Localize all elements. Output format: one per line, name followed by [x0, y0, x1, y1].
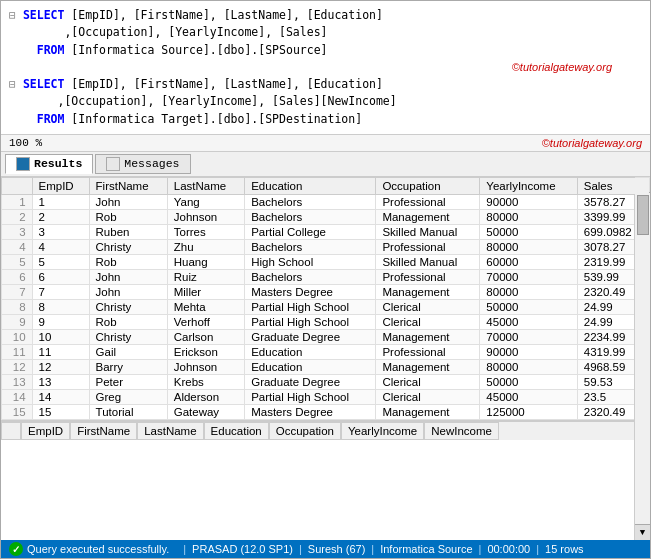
- sql-line-2: ,[Occupation], [YearlyIncome], [Sales]: [9, 24, 482, 41]
- sh-empty: [1, 422, 21, 440]
- cell-empid: 11: [32, 344, 89, 359]
- cell-lastname: Krebs: [167, 374, 244, 389]
- cell-lastname: Yang: [167, 194, 244, 209]
- cell-firstname: Christy: [89, 239, 167, 254]
- cell-lastname: Johnson: [167, 359, 244, 374]
- cell-occupation: Management: [376, 359, 480, 374]
- cell-firstname: Rob: [89, 254, 167, 269]
- sql-line-1: ⊟ SELECT [EmpID], [FirstName], [LastName…: [9, 7, 482, 24]
- cell-yearlyincome: 45000: [480, 314, 577, 329]
- status-user: Suresh (67): [308, 543, 365, 555]
- col-header-firstname: FirstName: [89, 177, 167, 194]
- cell-occupation: Skilled Manual: [376, 254, 480, 269]
- cell-lastname: Mehta: [167, 299, 244, 314]
- results-wrapper: EmpID FirstName LastName Education Occup…: [1, 177, 650, 540]
- cell-yearlyincome: 80000: [480, 209, 577, 224]
- status-sep-1: |: [183, 543, 186, 555]
- cell-lastname: Miller: [167, 284, 244, 299]
- cell-firstname: Tutorial: [89, 404, 167, 419]
- cell-lastname: Zhu: [167, 239, 244, 254]
- cell-education: Bachelors: [245, 194, 376, 209]
- messages-icon: [106, 157, 120, 171]
- status-bar: ✓ Query executed successfully. | PRASAD …: [1, 540, 650, 558]
- col-header-empid: EmpID: [32, 177, 89, 194]
- scroll-thumb[interactable]: [637, 195, 649, 235]
- cell-firstname: Christy: [89, 329, 167, 344]
- cell-lastname: Huang: [167, 254, 244, 269]
- row-number: 5: [2, 254, 33, 269]
- row-number: 15: [2, 404, 33, 419]
- cell-empid: 1: [32, 194, 89, 209]
- col-header-sales: Sales: [577, 177, 649, 194]
- status-sep-2: |: [299, 543, 302, 555]
- cell-occupation: Clerical: [376, 374, 480, 389]
- cell-yearlyincome: 80000: [480, 239, 577, 254]
- cell-yearlyincome: 70000: [480, 269, 577, 284]
- tab-messages[interactable]: Messages: [95, 154, 190, 174]
- cell-empid: 3: [32, 224, 89, 239]
- results-scroll-area[interactable]: EmpID FirstName LastName Education Occup…: [1, 177, 650, 540]
- cell-occupation: Management: [376, 404, 480, 419]
- cell-education: Masters Degree: [245, 404, 376, 419]
- tab-results[interactable]: Results: [5, 154, 93, 174]
- table-row: 1111GailEricksonEducationProfessional900…: [2, 344, 650, 359]
- cell-empid: 13: [32, 374, 89, 389]
- status-sep-3: |: [371, 543, 374, 555]
- cell-occupation: Professional: [376, 344, 480, 359]
- status-ok-indicator: ✓ Query executed successfully.: [9, 542, 169, 556]
- cell-lastname: Alderson: [167, 389, 244, 404]
- cell-lastname: Carlson: [167, 329, 244, 344]
- cell-firstname: John: [89, 284, 167, 299]
- sh-yearlyincome: YearlyIncome: [341, 422, 424, 440]
- col-header-lastname: LastName: [167, 177, 244, 194]
- table-row: 77JohnMillerMasters DegreeManagement8000…: [2, 284, 650, 299]
- secondary-header: EmpID FirstName LastName Education Occup…: [1, 420, 650, 440]
- cell-firstname: Ruben: [89, 224, 167, 239]
- table-row: 99RobVerhoffPartial High SchoolClerical4…: [2, 314, 650, 329]
- cell-yearlyincome: 50000: [480, 224, 577, 239]
- table-row: 1212BarryJohnsonEducationManagement80000…: [2, 359, 650, 374]
- cell-empid: 8: [32, 299, 89, 314]
- cell-empid: 4: [32, 239, 89, 254]
- status-time: 00:00:00: [487, 543, 530, 555]
- cell-firstname: Greg: [89, 389, 167, 404]
- cell-yearlyincome: 80000: [480, 284, 577, 299]
- table-row: 33RubenTorresPartial CollegeSkilled Manu…: [2, 224, 650, 239]
- watermark-zoom: ©tutorialgateway.org: [542, 137, 642, 149]
- col-header-num: [2, 177, 33, 194]
- cell-occupation: Skilled Manual: [376, 224, 480, 239]
- cell-occupation: Professional: [376, 239, 480, 254]
- status-message: Query executed successfully.: [27, 543, 169, 555]
- status-check-icon: ✓: [9, 542, 23, 556]
- row-number: 10: [2, 329, 33, 344]
- zoom-bar: 100 % ©tutorialgateway.org: [1, 135, 650, 152]
- table-row: 66JohnRuizBachelorsProfessional70000539.…: [2, 269, 650, 284]
- cell-lastname: Gateway: [167, 404, 244, 419]
- sql-line-7: FROM [Informatica Target].[dbo].[SPDesti…: [9, 111, 482, 128]
- status-sep-5: |: [536, 543, 539, 555]
- table-row: 22RobJohnsonBachelorsManagement800003399…: [2, 209, 650, 224]
- cell-empid: 14: [32, 389, 89, 404]
- row-number: 7: [2, 284, 33, 299]
- tab-results-label: Results: [34, 157, 82, 170]
- vertical-scrollbar[interactable]: ▲ ▼: [634, 177, 650, 540]
- cell-yearlyincome: 90000: [480, 194, 577, 209]
- cell-education: Graduate Degree: [245, 374, 376, 389]
- scroll-down-btn[interactable]: ▼: [635, 524, 651, 540]
- cell-education: Partial High School: [245, 299, 376, 314]
- cell-firstname: Rob: [89, 314, 167, 329]
- row-number: 3: [2, 224, 33, 239]
- cell-empid: 9: [32, 314, 89, 329]
- row-number: 13: [2, 374, 33, 389]
- zoom-level: 100 %: [9, 137, 42, 149]
- cell-firstname: Barry: [89, 359, 167, 374]
- cell-yearlyincome: 45000: [480, 389, 577, 404]
- cell-education: Bachelors: [245, 269, 376, 284]
- sql-line-6: ,[Occupation], [YearlyIncome], [Sales][N…: [9, 93, 482, 110]
- table-row: 1414GregAldersonPartial High SchoolCleri…: [2, 389, 650, 404]
- table-row: 44ChristyZhuBachelorsProfessional8000030…: [2, 239, 650, 254]
- sh-firstname: FirstName: [70, 422, 137, 440]
- cell-firstname: Rob: [89, 209, 167, 224]
- cell-yearlyincome: 125000: [480, 404, 577, 419]
- cell-occupation: Clerical: [376, 314, 480, 329]
